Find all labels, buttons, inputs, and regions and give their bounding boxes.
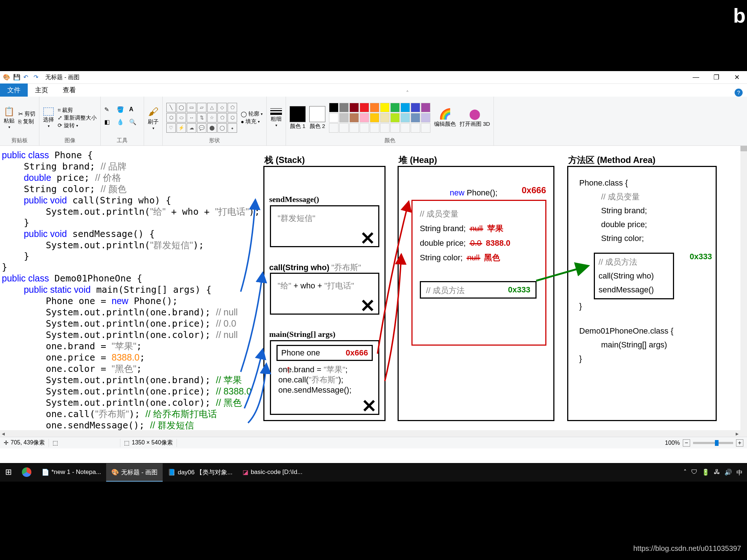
stack-panel: 栈 (Stack) sendMessage() "群发短信" ✕ call(St… [263,166,386,421]
taskbar-notepad[interactable]: 📄*new 1 - Notepa... [36,463,106,482]
method-addr-0x333: 0x333 [690,250,712,264]
zoom-out-button[interactable]: − [683,439,690,447]
selection-size-icon: ⬚ [53,439,58,446]
copy-label: 复制 [23,118,34,125]
crop-icon: ⌗ [58,107,61,113]
tab-view[interactable]: 查看 [55,83,83,97]
taskbar-label: day06 【类与对象... [178,468,232,477]
zoom-slider[interactable] [693,442,733,444]
brush-label: 刷子 [148,118,159,125]
chevron-down-icon: ▾ [48,124,50,128]
heap-title: 堆 (Heap) [399,154,437,166]
zoom-level: 100% [665,440,680,446]
outline-label: 轮廓 [248,110,259,117]
tray-volume-icon[interactable]: 🔊 [724,468,732,477]
tray-up-icon[interactable]: ˄ [684,468,687,477]
demo-class-decl: Demo01PhoneOne.class { [579,324,705,338]
main-var-box: Phone one 0x666 [276,345,373,361]
rotate-button[interactable]: ⟳旋转▾ [58,122,97,129]
clipboard-icon [4,106,15,117]
tray-ime[interactable]: 中 [736,468,743,477]
text-icon[interactable]: A [129,106,140,117]
save-icon[interactable]: 💾 [13,74,20,81]
window-title: 无标题 - 画图 [45,74,80,81]
method-area-title: 方法区 (Method Area) [568,154,655,166]
taskbar-doc[interactable]: 📘day06 【类与对象... [163,463,237,482]
tray-shield-icon[interactable]: 🛡 [691,468,697,477]
picker-icon[interactable]: 💧 [117,118,128,129]
address-0x666: 0x666 [346,348,368,358]
brush-button[interactable]: 🖌 刷子 ▾ [148,106,159,130]
watermark: https://blog.csdn.net/u011035397 [633,544,741,553]
frame-sendmessage-label: sendMessage() [269,195,319,204]
thickness-button[interactable]: 粗细 ▾ [270,108,282,127]
eraser-icon[interactable]: ◧ [104,118,115,129]
idea-icon: ◪ [243,468,248,476]
color2-button[interactable]: 颜色 2 [309,106,325,130]
rotate-label: 旋转 [64,122,75,129]
open3d-label: 打开画图 3D [460,121,490,128]
taskbar: ⊞ 📄*new 1 - Notepa... 🎨无标题 - 画图 📘day06 【… [0,463,747,482]
resize-label: 重新调整大小 [64,114,97,121]
brush-icon: 🖌 [148,106,158,118]
redo-icon[interactable]: ↷ [34,74,41,81]
fill-shape-button[interactable]: ●填充▾ [241,118,263,125]
group-shapes: ╲◯▭▱△◇⬠ ⬡⬭↔⇅☆⬠⬡ ♡⚡☁💬⬤◯⬥ ◯轮廓▾ ●填充▾ 形状 [163,97,267,145]
collapse-ribbon-icon[interactable]: ˄ [406,90,409,97]
pencil-icon[interactable]: ✎ [104,106,115,117]
group-label: 颜色 [286,137,494,144]
heap-fields-comment: // 成员变量 [420,207,538,221]
copy-icon: ⎘ [18,118,22,125]
color1-button[interactable]: 颜色 1 [290,106,306,130]
heap-methods-addr: 0x333 [508,285,530,295]
crop-button[interactable]: ⌗裁剪 [58,107,97,114]
group-label: 工具 [101,137,144,144]
cursor-pos-icon: ✛ [4,439,8,446]
heap-object-body: // 成员变量 String brand; null 苹果 double pri… [413,201,545,271]
zoom-in-button[interactable]: + [736,439,743,447]
horizontal-scrollbar[interactable]: ◂▸ [0,430,740,437]
vertical-scrollbar[interactable] [740,146,747,437]
resize-button[interactable]: ⤢重新调整大小 [58,114,97,121]
tray-battery-icon[interactable]: 🔋 [702,468,709,477]
help-icon[interactable]: ? [735,89,743,97]
group-tools: ✎ 🪣 A ◧ 💧 🔍 工具 [101,97,144,145]
tab-file[interactable]: 文件 [0,83,28,97]
paste-button[interactable]: 粘贴 ▾ [4,106,15,129]
heap-address: 0x666 [522,185,546,195]
tray-network-icon[interactable]: 🖧 [714,468,720,477]
shapes-gallery[interactable]: ╲◯▭▱△◇⬠ ⬡⬭↔⇅☆⬠⬡ ♡⚡☁💬⬤◯⬥ [166,103,237,133]
select-button[interactable]: 选择 ▾ [43,108,54,128]
color1-swatch [290,106,306,122]
cut-button[interactable]: 剪切 [18,110,35,117]
group-clipboard: 粘贴 ▾ 剪切 ⎘复制 剪贴板 [0,97,39,145]
color-palette[interactable] [329,103,430,133]
open-3d-button[interactable]: ⬤ 打开画图 3D [460,108,490,128]
copy-button[interactable]: ⎘复制 [18,118,35,125]
notepad-icon: 📄 [42,468,49,476]
group-brush: 🖌 刷子 ▾ [144,97,163,145]
undo-icon[interactable]: ↶ [23,74,31,81]
start-button[interactable]: ⊞ [0,463,17,482]
edit-colors-button[interactable]: 🌈 编辑颜色 [434,108,456,128]
taskbar-idea[interactable]: ◪basic-code [D:\Id... [237,463,307,482]
chevron-down-icon: ▾ [275,123,277,127]
heap-panel: 堆 (Heap) new Phone(); 0x666 // 成员变量 Stri… [398,166,554,421]
maximize-button[interactable]: ❐ [709,73,724,81]
group-label: 剪贴板 [0,137,39,144]
close-button[interactable]: ✕ [729,73,744,81]
cropped-letter: b [733,4,746,27]
canvas[interactable]: public class Phone { String brand; // 品牌… [0,146,747,437]
taskbar-chrome[interactable] [17,463,36,482]
taskbar-label: basic-code [D:\Id... [251,468,302,476]
canvas-size-icon: ⬚ [124,439,129,446]
app-icon: 🎨 [3,74,10,81]
taskbar-paint[interactable]: 🎨无标题 - 画图 [106,463,163,482]
fill-shape-icon: ● [241,118,244,125]
fill-icon[interactable]: 🪣 [117,106,128,117]
outline-button[interactable]: ◯轮廓▾ [241,110,263,117]
minimize-button[interactable]: — [689,73,703,81]
cursor-pos: 705, 439像素 [11,439,45,447]
magnifier-icon[interactable]: 🔍 [129,118,140,129]
tab-home[interactable]: 主页 [28,83,55,97]
